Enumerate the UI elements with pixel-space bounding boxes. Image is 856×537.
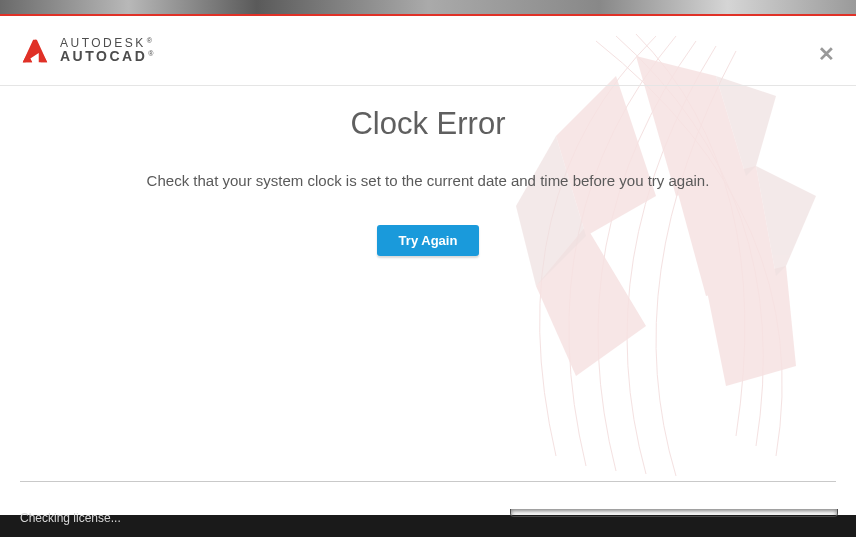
status-bar: Checking license...: [0, 515, 856, 537]
dialog-content: Clock Error Check that your system clock…: [0, 86, 856, 256]
error-dialog: AUTODESK AUTOCAD ✕ Clock Error Check tha…: [0, 16, 856, 516]
dialog-header: AUTODESK AUTOCAD ✕: [0, 16, 856, 86]
error-message: Check that your system clock is set to t…: [0, 172, 856, 189]
product-name: AUTOCAD: [60, 49, 155, 64]
footer-divider: [20, 481, 836, 482]
brand-text: AUTODESK AUTOCAD: [60, 37, 155, 64]
brand-logo: AUTODESK AUTOCAD: [20, 36, 155, 66]
footer-input-slot: [510, 509, 838, 517]
error-title: Clock Error: [0, 106, 856, 142]
close-button[interactable]: ✕: [818, 48, 834, 64]
window-chrome-strip: [0, 0, 856, 16]
close-icon: ✕: [818, 43, 835, 65]
autodesk-logo-icon: [20, 36, 50, 66]
try-again-button[interactable]: Try Again: [377, 225, 480, 256]
status-text: Checking license...: [20, 511, 121, 525]
